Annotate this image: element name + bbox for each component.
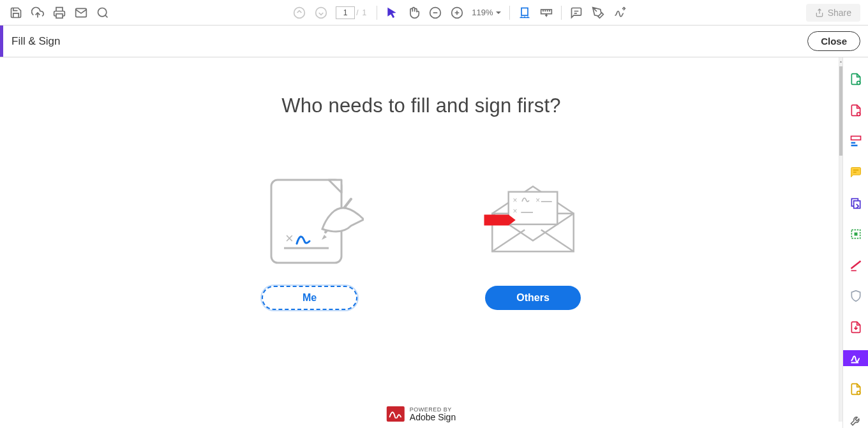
svg-point-4 xyxy=(316,7,327,18)
fill-sign-icon[interactable] xyxy=(843,350,869,366)
svg-rect-22 xyxy=(851,142,855,144)
svg-text:×: × xyxy=(513,207,518,216)
svg-rect-23 xyxy=(851,145,857,147)
powered-text: POWERED BY Adobe Sign xyxy=(410,407,456,422)
share-label: Share xyxy=(828,8,851,18)
close-button[interactable]: Close xyxy=(807,31,860,51)
zoom-value: 119% xyxy=(472,8,493,17)
others-button[interactable]: Others xyxy=(485,286,581,310)
save-icon[interactable] xyxy=(5,2,27,24)
svg-rect-7 xyxy=(521,8,528,15)
question-heading: Who needs to fill and sign first? xyxy=(0,94,842,117)
svg-rect-27 xyxy=(854,233,857,236)
svg-rect-21 xyxy=(851,137,860,140)
option-others: × × × Others xyxy=(479,162,587,310)
svg-rect-0 xyxy=(56,13,63,18)
ruler-icon[interactable] xyxy=(535,2,557,24)
svg-point-3 xyxy=(294,7,305,18)
select-tool-icon[interactable] xyxy=(381,2,403,24)
mail-icon[interactable] xyxy=(70,2,92,24)
print-icon[interactable] xyxy=(49,2,70,24)
comment-icon[interactable] xyxy=(565,2,587,24)
zoom-in-icon[interactable] xyxy=(446,2,468,24)
protect-icon[interactable] xyxy=(843,288,869,304)
share-button: Share xyxy=(806,4,860,22)
page-up-icon[interactable] xyxy=(288,2,310,24)
sign-icon[interactable] xyxy=(609,2,631,24)
compress-pdf-icon[interactable] xyxy=(843,320,869,336)
me-illustration: × xyxy=(255,162,364,270)
svg-text:×: × xyxy=(513,196,518,205)
fit-width-icon[interactable] xyxy=(514,2,535,24)
search-icon[interactable] xyxy=(92,2,114,24)
zoom-out-icon[interactable] xyxy=(424,2,446,24)
redact-icon[interactable] xyxy=(843,257,869,273)
others-illustration: × × × xyxy=(479,162,587,270)
top-toolbar: / 1 119% Share xyxy=(0,0,868,26)
more-tools-icon[interactable] xyxy=(843,412,869,428)
page-slash: / xyxy=(356,8,358,17)
create-pdf-icon[interactable] xyxy=(843,71,869,87)
subheader-title: Fill & Sign xyxy=(0,35,61,48)
options-row: × Me xyxy=(0,162,842,310)
svg-text:×: × xyxy=(535,196,540,205)
svg-point-2 xyxy=(98,8,107,16)
content-area: Who needs to fill and sign first? × xyxy=(0,57,842,428)
svg-text:×: × xyxy=(285,230,294,246)
page-indicator: / 1 xyxy=(336,6,369,19)
powered-by: POWERED BY Adobe Sign xyxy=(387,406,456,422)
adobe-sign-logo-icon xyxy=(387,406,405,422)
convert-icon[interactable] xyxy=(843,381,869,397)
export-pdf-icon[interactable] xyxy=(843,103,869,119)
organize-pages-icon[interactable] xyxy=(843,226,869,242)
subheader: Fill & Sign Close xyxy=(0,26,868,57)
edit-pdf-icon[interactable] xyxy=(843,133,869,149)
page-down-icon[interactable] xyxy=(310,2,332,24)
zoom-dropdown[interactable]: 119% xyxy=(468,8,505,17)
me-button[interactable]: Me xyxy=(262,286,357,310)
option-me: × Me xyxy=(255,162,364,310)
sticky-note-icon[interactable] xyxy=(843,165,869,181)
combine-files-icon[interactable] xyxy=(843,195,869,211)
highlight-icon[interactable] xyxy=(587,2,609,24)
cloud-upload-icon[interactable] xyxy=(27,2,49,24)
page-input[interactable] xyxy=(336,6,355,19)
powered-big: Adobe Sign xyxy=(410,413,456,422)
content-scrollbar[interactable] xyxy=(839,57,842,422)
page-total: 1 xyxy=(363,8,367,17)
right-rail xyxy=(842,57,868,428)
hand-tool-icon[interactable] xyxy=(403,2,424,24)
